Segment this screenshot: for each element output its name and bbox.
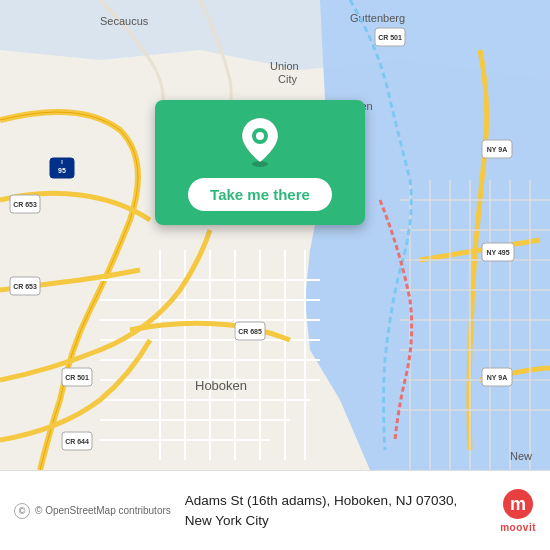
svg-text:CR 501: CR 501 <box>378 34 402 41</box>
osm-label: © OpenStreetMap contributors <box>35 505 171 516</box>
svg-text:CR 644: CR 644 <box>65 438 89 445</box>
svg-text:CR 685: CR 685 <box>238 328 262 335</box>
take-me-there-button[interactable]: Take me there <box>188 178 332 211</box>
svg-text:CR 653: CR 653 <box>13 283 37 290</box>
moovit-logo: m moovit <box>500 488 536 533</box>
svg-text:New: New <box>510 450 532 462</box>
map-background: CR 501 CR 501 CR 653 CR 653 CR 685 CR 64… <box>0 0 550 470</box>
map-container: CR 501 CR 501 CR 653 CR 653 CR 685 CR 64… <box>0 0 550 470</box>
svg-text:NY 495: NY 495 <box>486 249 509 256</box>
location-card: Take me there <box>155 100 365 225</box>
svg-text:95: 95 <box>58 167 66 174</box>
address-text: Adams St (16th adams), Hoboken, NJ 07030… <box>185 493 457 527</box>
svg-text:Secaucus: Secaucus <box>100 15 149 27</box>
svg-text:NY 9A: NY 9A <box>487 146 508 153</box>
moovit-label: moovit <box>500 522 536 533</box>
svg-text:Union: Union <box>270 60 299 72</box>
location-pin-icon <box>238 116 282 168</box>
svg-text:m: m <box>510 494 526 514</box>
svg-text:City: City <box>278 73 297 85</box>
svg-text:NY 9A: NY 9A <box>487 374 508 381</box>
address-block: Adams St (16th adams), Hoboken, NJ 07030… <box>179 491 492 529</box>
svg-text:CR 653: CR 653 <box>13 201 37 208</box>
svg-point-64 <box>256 132 264 140</box>
svg-text:Hoboken: Hoboken <box>195 378 247 393</box>
osm-circle-icon: © <box>14 503 30 519</box>
osm-attribution: © © OpenStreetMap contributors <box>14 503 171 519</box>
svg-text:CR 501: CR 501 <box>65 374 89 381</box>
bottom-bar: © © OpenStreetMap contributors Adams St … <box>0 470 550 550</box>
moovit-icon: m <box>502 488 534 520</box>
